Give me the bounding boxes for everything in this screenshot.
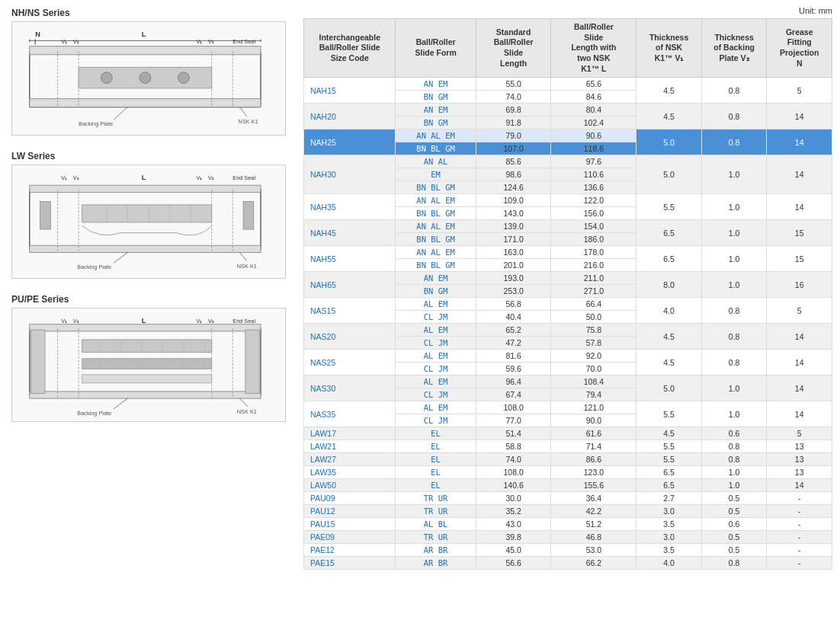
col-header-v2: Thicknessof BackingPlate V₂: [701, 19, 767, 78]
svg-rect-66: [82, 340, 212, 353]
size-code-cell: NAS20: [304, 324, 396, 350]
size-code-cell: PAE09: [304, 531, 396, 544]
std-length-cell: 51.4: [476, 427, 551, 440]
form-cell: AL EM: [396, 298, 476, 311]
std-length-cell: 109.0: [476, 194, 551, 207]
col-header-std-length: StandardBall/RollerSlideLength: [476, 19, 551, 78]
size-code-cell: NAH45: [304, 220, 396, 246]
svg-text:Backing Plate: Backing Plate: [77, 410, 111, 417]
size-code-cell: NAS25: [304, 350, 396, 376]
std-length-cell: 40.4: [476, 311, 551, 324]
svg-text:N: N: [35, 30, 40, 38]
svg-text:V₂: V₂: [73, 174, 79, 181]
v2-cell: 0.5: [701, 505, 767, 518]
size-code-cell: PAU12: [304, 505, 396, 518]
svg-text:L: L: [142, 174, 146, 181]
ball-length-cell: 50.0: [551, 311, 636, 324]
svg-text:L: L: [142, 317, 146, 324]
std-length-cell: 201.0: [476, 259, 551, 272]
form-cell: AR BR: [396, 544, 476, 557]
svg-line-83: [239, 398, 248, 407]
ball-length-cell: 57.8: [551, 337, 636, 350]
v1-cell: 5.5: [636, 194, 702, 220]
ball-length-cell: 66.2: [551, 557, 636, 570]
size-code-cell: NAH55: [304, 246, 396, 272]
ball-length-cell: 84.6: [551, 91, 636, 104]
n-cell: 16: [767, 272, 832, 298]
svg-text:End Seal: End Seal: [232, 38, 255, 45]
svg-rect-41: [82, 205, 212, 222]
col-header-v1: Thicknessof NSKK1™ V₁: [636, 19, 702, 78]
v1-cell: 6.5: [636, 479, 702, 492]
std-length-cell: 107.0: [476, 142, 551, 155]
v1-cell: 3.5: [636, 544, 702, 557]
form-cell: EL: [396, 427, 476, 440]
form-cell: TR UR: [396, 531, 476, 544]
n-cell: 14: [767, 155, 832, 194]
n-cell: -: [767, 557, 832, 570]
nh-ns-svg: N L V₁ V₂ V₁ V₂ End Seal: [17, 27, 281, 130]
std-length-cell: 55.0: [476, 78, 551, 91]
n-cell: -: [767, 505, 832, 518]
v2-cell: 0.8: [701, 453, 767, 466]
ball-length-cell: 36.4: [551, 492, 636, 505]
n-cell: 14: [767, 350, 832, 376]
form-cell: AN AL EM: [396, 246, 476, 259]
size-code-cell: LAW35: [304, 466, 396, 479]
ball-length-cell: 121.0: [551, 401, 636, 414]
form-cell: CL JM: [396, 388, 476, 401]
svg-text:V₁: V₁: [196, 38, 202, 45]
right-panel: Unit: mm InterchangeableBall/Roller Slid…: [297, 0, 840, 620]
v2-cell: 1.0: [701, 376, 767, 401]
v2-cell: 0.8: [701, 350, 767, 376]
v1-cell: 5.0: [636, 129, 702, 155]
std-length-cell: 47.2: [476, 337, 551, 350]
specs-table: InterchangeableBall/Roller SlideSize Cod…: [303, 18, 832, 570]
v2-cell: 0.8: [701, 557, 767, 570]
ball-length-cell: 211.0: [551, 272, 636, 285]
v1-cell: 5.5: [636, 440, 702, 453]
v1-cell: 8.0: [636, 272, 702, 298]
v2-cell: 1.0: [701, 466, 767, 479]
left-panel: NH/NS Series N L V₁ V₂ V₁ V₂ End Seal: [0, 0, 297, 620]
svg-line-81: [114, 398, 127, 409]
v2-cell: 0.8: [701, 298, 767, 324]
form-cell: AN AL EM: [396, 220, 476, 233]
svg-point-16: [101, 72, 113, 84]
svg-rect-80: [82, 375, 212, 383]
ball-length-cell: 136.6: [551, 181, 636, 194]
ball-length-cell: 108.4: [551, 376, 636, 388]
n-cell: 13: [767, 440, 832, 453]
svg-line-21: [239, 107, 246, 117]
std-length-cell: 163.0: [476, 246, 551, 259]
size-code-cell: NAH25: [304, 129, 396, 155]
svg-text:NSK K1: NSK K1: [237, 263, 257, 270]
std-length-cell: 81.6: [476, 350, 551, 363]
svg-text:NSK K1: NSK K1: [237, 408, 257, 415]
svg-text:End Seal: End Seal: [232, 318, 255, 324]
n-cell: 14: [767, 479, 832, 492]
svg-text:End Seal: End Seal: [232, 174, 255, 181]
size-code-cell: LAW27: [304, 453, 396, 466]
svg-text:V₁: V₁: [196, 174, 202, 181]
v2-cell: 1.0: [701, 155, 767, 194]
std-length-cell: 253.0: [476, 285, 551, 298]
ball-length-cell: 271.0: [551, 285, 636, 298]
form-cell: AN AL: [396, 155, 476, 168]
svg-rect-40: [243, 201, 254, 229]
std-length-cell: 193.0: [476, 272, 551, 285]
ball-length-cell: 86.6: [551, 453, 636, 466]
col-header-n: GreaseFittingProjectionN: [767, 19, 832, 78]
form-cell: CL JM: [396, 337, 476, 350]
svg-line-19: [114, 107, 127, 120]
std-length-cell: 35.2: [476, 505, 551, 518]
svg-point-17: [139, 72, 151, 84]
form-cell: BN GM: [396, 285, 476, 298]
size-code-cell: NAS35: [304, 401, 396, 427]
svg-rect-33: [30, 185, 261, 192]
nh-ns-series-section: NH/NS Series N L V₁ V₂ V₁ V₂ End Seal: [11, 8, 286, 136]
v1-cell: 3.0: [636, 531, 702, 544]
v1-cell: 4.5: [636, 350, 702, 376]
size-code-cell: NAH20: [304, 104, 396, 129]
svg-rect-39: [40, 201, 51, 229]
